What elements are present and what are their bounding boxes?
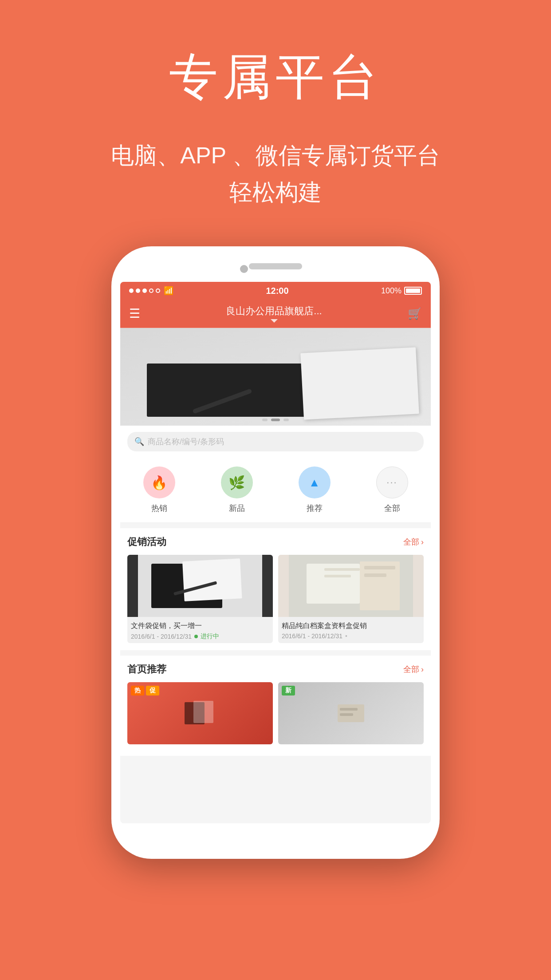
phone-mockup: 📶 12:00 100% ☰ 良山办公用品旗舰店... 🛒 xyxy=(111,246,440,859)
product-card-2-tags: 新 xyxy=(282,686,295,695)
promo-card-2-name: 精品纯白档案盒资料盒促销 xyxy=(282,621,420,631)
promo-card-1[interactable]: 文件袋促销，买一增一 2016/6/1 - 2016/12/31 进行中 xyxy=(127,555,273,643)
hot-icon-circle: 🔥 xyxy=(143,466,175,498)
promo-section: 促销活动 全部 › xyxy=(120,528,431,650)
hot-icon: 🔥 xyxy=(151,475,167,490)
all-icon-circle: ··· xyxy=(376,466,408,498)
status-bar: 📶 12:00 100% xyxy=(120,282,431,300)
category-new[interactable]: 🌿 新品 xyxy=(198,466,276,514)
promo-card-1-status-dot xyxy=(194,635,198,638)
promo-card-1-image xyxy=(127,555,273,617)
wifi-icon: 📶 xyxy=(164,286,173,296)
store-name: 良山办公用品旗舰店... xyxy=(226,304,322,318)
subtitle-line1: 电脑、APP 、微信专属订货平台 xyxy=(111,142,440,168)
hero-banner[interactable] xyxy=(120,328,431,426)
svg-rect-14 xyxy=(340,708,358,711)
signal-dot-3 xyxy=(142,288,147,293)
search-bar-container: 🔍 商品名称/编号/条形码 xyxy=(120,426,431,458)
all-icon: ··· xyxy=(386,477,397,488)
category-all[interactable]: ··· 全部 xyxy=(353,466,431,514)
navigation-bar: ☰ 良山办公用品旗舰店... 🛒 xyxy=(120,300,431,328)
svg-rect-2 xyxy=(182,559,242,602)
notepad-illustration xyxy=(300,348,419,420)
dropdown-icon xyxy=(271,319,278,323)
categories-section: 🔥 热销 🌿 新品 ▲ 推荐 xyxy=(120,458,431,523)
svg-rect-10 xyxy=(364,573,386,577)
search-icon: 🔍 xyxy=(134,437,144,447)
new-label: 新品 xyxy=(229,503,245,514)
recommend-icon: ▲ xyxy=(309,476,320,490)
promo-card-2-info: 精品纯白档案盒资料盒促销 2016/6/1 - 2016/12/31 • xyxy=(278,617,424,642)
search-input[interactable]: 🔍 商品名称/编号/条形码 xyxy=(127,432,424,451)
subtitle-line2: 轻松构建 xyxy=(229,179,322,205)
new-icon: 🌿 xyxy=(228,475,245,490)
product-card-1-image: 热 促 xyxy=(127,682,273,744)
cart-icon[interactable]: 🛒 xyxy=(408,307,422,320)
svg-rect-6 xyxy=(324,568,360,571)
chevron-right-icon-2: › xyxy=(421,665,424,674)
promo-card-2-status: • xyxy=(345,632,347,640)
promo-card-1-status: 进行中 xyxy=(201,632,219,640)
signal-dot-2 xyxy=(136,288,140,293)
hot-tag: 热 xyxy=(131,686,144,695)
deskmat-illustration xyxy=(147,364,315,417)
menu-icon[interactable]: ☰ xyxy=(129,306,140,321)
product-row: 热 促 新 xyxy=(127,682,424,749)
banner-dot-1 xyxy=(262,419,268,421)
hot-label: 热销 xyxy=(151,503,167,514)
banner-content xyxy=(120,328,431,426)
promo-more-label: 全部 xyxy=(403,537,419,547)
search-placeholder: 商品名称/编号/条形码 xyxy=(148,436,224,447)
product-card-2[interactable]: 新 xyxy=(278,682,424,744)
promo-card-2-daterange: 2016/6/1 - 2016/12/31 xyxy=(282,632,342,640)
status-left: 📶 xyxy=(129,286,173,296)
svg-rect-15 xyxy=(340,713,353,716)
promo-tag: 促 xyxy=(146,686,159,695)
all-label: 全部 xyxy=(384,503,400,514)
recommend-title: 首页推荐 xyxy=(127,663,166,676)
recommend-label: 推荐 xyxy=(307,503,323,514)
signal-dot-5 xyxy=(156,288,160,293)
banner-dot-2 xyxy=(271,419,280,421)
battery-icon xyxy=(404,287,422,295)
promo-card-1-date: 2016/6/1 - 2016/12/31 进行中 xyxy=(131,632,269,640)
status-time: 12:00 xyxy=(266,286,288,296)
store-name-container: 良山办公用品旗舰店... xyxy=(226,304,322,323)
promo-section-header: 促销活动 全部 › xyxy=(127,535,424,549)
recommend-section: 首页推荐 全部 › 热 促 xyxy=(120,656,431,756)
signal-dot-1 xyxy=(129,288,134,293)
new-tag: 新 xyxy=(282,686,295,695)
product-1-svg xyxy=(182,700,218,727)
battery-percent: 100% xyxy=(381,286,401,296)
svg-rect-12 xyxy=(193,701,213,723)
promo-card-1-name: 文件袋促销，买一增一 xyxy=(131,621,269,631)
recommend-section-header: 首页推荐 全部 › xyxy=(127,663,424,676)
recommend-more-button[interactable]: 全部 › xyxy=(403,664,424,675)
phone-camera xyxy=(240,265,248,273)
banner-dot-3 xyxy=(283,419,289,421)
promo-2-svg xyxy=(278,555,424,617)
product-2-svg xyxy=(333,700,369,727)
signal-dots xyxy=(129,288,160,293)
svg-rect-7 xyxy=(324,575,351,577)
product-card-1[interactable]: 热 促 xyxy=(127,682,273,744)
recommend-icon-circle: ▲ xyxy=(299,466,331,498)
category-hot[interactable]: 🔥 热销 xyxy=(120,466,198,514)
svg-rect-9 xyxy=(364,566,395,569)
promo-title: 促销活动 xyxy=(127,535,166,549)
promo-card-2[interactable]: 精品纯白档案盒资料盒促销 2016/6/1 - 2016/12/31 • xyxy=(278,555,424,643)
promo-card-2-date: 2016/6/1 - 2016/12/31 • xyxy=(282,632,420,640)
promo-more-button[interactable]: 全部 › xyxy=(403,537,424,547)
product-card-1-tags: 热 促 xyxy=(131,686,159,695)
status-right: 100% xyxy=(381,286,422,296)
promo-card-1-daterange: 2016/6/1 - 2016/12/31 xyxy=(131,633,192,640)
category-recommend[interactable]: ▲ 推荐 xyxy=(276,466,353,514)
promo-card-1-info: 文件袋促销，买一增一 2016/6/1 - 2016/12/31 进行中 xyxy=(127,617,273,643)
new-icon-circle: 🌿 xyxy=(221,466,253,498)
product-card-2-image: 新 xyxy=(278,682,424,744)
signal-dot-4 xyxy=(149,288,153,293)
phone-frame: 📶 12:00 100% ☰ 良山办公用品旗舰店... 🛒 xyxy=(111,246,440,859)
chevron-right-icon: › xyxy=(421,537,424,547)
header-section: 专属平台 电脑、APP 、微信专属订货平台 轻松构建 xyxy=(0,0,551,211)
promo-1-svg xyxy=(127,555,273,617)
